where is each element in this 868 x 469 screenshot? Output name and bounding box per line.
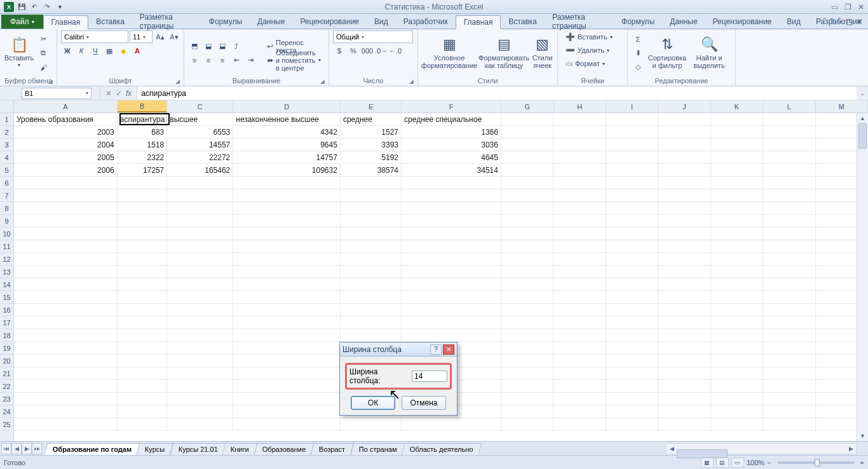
delete-cells-button[interactable]: ➖Удалить▾ <box>562 44 613 57</box>
cell[interactable] <box>501 278 553 290</box>
row-header[interactable]: 6 <box>0 177 13 189</box>
cell[interactable] <box>658 291 710 303</box>
cell[interactable] <box>606 164 658 176</box>
cell[interactable] <box>658 126 710 138</box>
cell[interactable] <box>711 139 763 151</box>
cell[interactable] <box>118 266 168 278</box>
cell[interactable] <box>711 164 763 176</box>
cell[interactable] <box>658 355 710 367</box>
cell[interactable] <box>14 189 118 201</box>
ribbon-tab[interactable]: Формулы <box>201 15 250 29</box>
cell[interactable] <box>118 329 168 341</box>
cell[interactable] <box>14 405 118 418</box>
cell[interactable] <box>711 189 763 201</box>
row-header[interactable]: 15 <box>0 291 13 304</box>
cell[interactable] <box>118 418 168 430</box>
font-color-icon[interactable]: A <box>131 44 144 57</box>
sheet-tab[interactable]: Образование <box>254 443 315 455</box>
cell[interactable] <box>711 202 763 214</box>
cell[interactable] <box>167 342 233 354</box>
tab-nav-last-icon[interactable]: ⏭ <box>32 443 42 454</box>
font-name-combo[interactable]: Calibri▾ <box>61 31 128 43</box>
cell[interactable]: 9645 <box>233 139 341 151</box>
cell[interactable] <box>711 228 763 240</box>
cell[interactable] <box>167 380 233 392</box>
cell[interactable]: 38574 <box>341 164 402 176</box>
cell[interactable] <box>606 342 658 354</box>
cell[interactable] <box>763 380 815 392</box>
cell[interactable]: незаконченное высшее <box>233 113 341 125</box>
cell[interactable] <box>606 380 658 392</box>
cell[interactable] <box>167 189 233 201</box>
dialog-close-icon[interactable]: ✕ <box>443 344 454 355</box>
cell[interactable] <box>606 278 658 290</box>
sheet-tab[interactable]: Возраст <box>311 443 354 455</box>
cell[interactable] <box>606 355 658 367</box>
normal-view-icon[interactable]: ▦ <box>701 458 714 468</box>
cell[interactable] <box>606 418 658 430</box>
align-left-icon[interactable]: ≡ <box>188 54 201 67</box>
conditional-format-button[interactable]: ▦Условное форматирование <box>422 32 477 74</box>
column-header[interactable]: H <box>554 100 606 112</box>
cell[interactable] <box>658 316 710 329</box>
ribbon-tab[interactable]: Главная <box>43 15 89 29</box>
cell[interactable] <box>553 215 606 227</box>
vertical-scrollbar[interactable]: ▲ ▼ <box>857 113 868 441</box>
cell[interactable] <box>553 202 606 214</box>
cell[interactable] <box>711 367 763 379</box>
launcher-icon[interactable]: ◢ <box>409 78 414 85</box>
undo-icon[interactable]: ↶ <box>29 2 39 12</box>
cell[interactable] <box>606 126 658 138</box>
cell[interactable]: 17257 <box>118 164 168 176</box>
row-header[interactable]: 7 <box>0 189 13 202</box>
cell[interactable] <box>167 405 233 418</box>
tab-nav-first-icon[interactable]: ⏮ <box>1 443 11 454</box>
cell[interactable] <box>501 126 553 138</box>
cell[interactable]: 34514 <box>402 164 501 176</box>
cell[interactable] <box>553 126 606 138</box>
cell[interactable] <box>402 228 501 240</box>
column-header[interactable]: C <box>167 100 233 112</box>
cell[interactable] <box>167 367 233 379</box>
sheet-tab[interactable]: По странам <box>350 443 405 455</box>
cell[interactable] <box>658 177 710 189</box>
cell[interactable] <box>501 291 553 303</box>
cell[interactable] <box>501 113 553 125</box>
column-header[interactable]: I <box>606 100 658 112</box>
cell[interactable]: среднее специальное <box>402 113 501 125</box>
cell[interactable]: 109632 <box>233 164 341 176</box>
cell[interactable]: 2005 <box>14 151 118 163</box>
cell[interactable] <box>233 253 341 265</box>
cell[interactable] <box>711 126 763 138</box>
cell[interactable] <box>711 329 763 341</box>
cell[interactable] <box>658 367 710 379</box>
cell[interactable] <box>711 253 763 265</box>
row-header[interactable]: 23 <box>0 393 13 405</box>
column-header[interactable]: J <box>658 100 710 112</box>
row-header[interactable]: 14 <box>0 278 13 291</box>
cell[interactable] <box>402 316 501 329</box>
cell[interactable] <box>763 316 815 329</box>
help-icon[interactable]: ? <box>830 17 834 26</box>
cell[interactable] <box>501 240 553 252</box>
cell[interactable] <box>553 113 606 125</box>
cell[interactable] <box>14 355 118 367</box>
cell[interactable] <box>658 342 710 354</box>
cell[interactable] <box>233 202 341 214</box>
cell[interactable] <box>553 393 606 405</box>
cell[interactable] <box>118 291 168 303</box>
cell[interactable] <box>14 291 118 303</box>
redo-icon[interactable]: ↷ <box>42 2 52 12</box>
row-header[interactable]: 25 <box>0 418 13 431</box>
ribbon-tab[interactable]: Данные <box>662 15 705 29</box>
sheet-tab[interactable]: Курсы <box>137 443 173 455</box>
cell[interactable] <box>14 329 118 341</box>
row-header[interactable]: 11 <box>0 240 13 253</box>
cell[interactable] <box>167 177 233 189</box>
dialog-titlebar[interactable]: Ширина столбца ? ✕ <box>340 343 457 357</box>
ribbon-tab[interactable]: Рецензирование <box>292 15 367 29</box>
row-header[interactable]: 10 <box>0 228 13 240</box>
cell[interactable] <box>341 304 402 316</box>
cell[interactable] <box>553 316 606 329</box>
cell[interactable] <box>658 215 710 227</box>
